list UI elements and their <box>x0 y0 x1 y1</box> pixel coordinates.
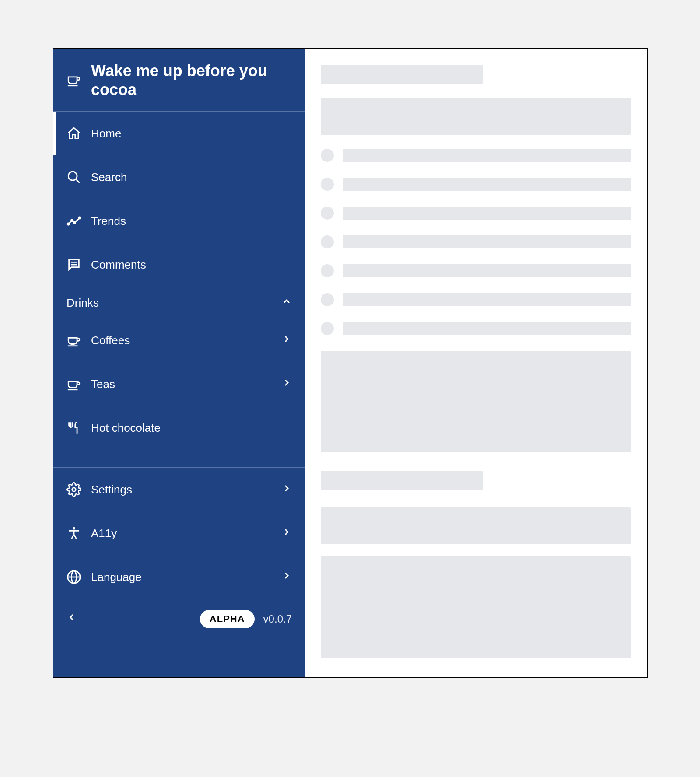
nav-item-hot-chocolate[interactable]: Hot chocolate <box>53 406 305 450</box>
skeleton-row <box>321 178 631 191</box>
chevron-right-icon <box>281 483 292 497</box>
skeleton-row <box>321 235 631 248</box>
release-badge: ALPHA <box>200 610 255 628</box>
tea-icon <box>66 377 81 392</box>
svg-point-5 <box>74 222 75 224</box>
skeleton-bigblock <box>321 556 631 658</box>
collapse-button[interactable] <box>66 612 77 626</box>
svg-line-16 <box>74 535 77 539</box>
svg-point-12 <box>73 527 75 530</box>
svg-point-6 <box>79 217 80 219</box>
app-title: Wake me up before you cocoa <box>91 61 293 99</box>
sidebar-footer: ALPHA v0.0.7 <box>53 599 305 638</box>
nav-label: Teas <box>91 378 272 391</box>
nav-item-trends[interactable]: Trends <box>53 199 305 243</box>
nav-section-drinks: Drinks Coffees Teas <box>53 287 305 468</box>
section-header-label: Drinks <box>66 296 99 310</box>
svg-point-11 <box>72 488 76 492</box>
sidebar-header: Wake me up before you cocoa <box>53 49 305 112</box>
skeleton-bigblock <box>321 351 631 452</box>
nav-label: Search <box>91 171 292 184</box>
chevron-right-icon <box>281 334 292 347</box>
skeleton-row <box>321 322 631 335</box>
nav-label: Trends <box>91 214 292 228</box>
chevron-right-icon <box>281 527 292 540</box>
nav-item-language[interactable]: Language <box>53 555 305 599</box>
nav-item-a11y[interactable]: A11y <box>53 511 305 555</box>
skeleton-row <box>321 149 631 162</box>
svg-point-3 <box>67 223 69 225</box>
cup-icon <box>66 73 81 88</box>
home-icon <box>66 126 81 141</box>
nav-item-home[interactable]: Home <box>53 112 305 155</box>
svg-line-15 <box>71 535 74 539</box>
chevron-up-icon <box>281 296 292 310</box>
nav-item-search[interactable]: Search <box>53 155 305 199</box>
nav-label: Language <box>91 570 272 584</box>
sidebar: Wake me up before you cocoa Home Search <box>53 49 305 677</box>
skeleton-row <box>321 293 631 306</box>
svg-point-1 <box>68 172 77 181</box>
main-content <box>305 49 647 677</box>
coffee-icon <box>66 333 81 348</box>
nav-label: Home <box>91 127 292 140</box>
nav-item-coffees[interactable]: Coffees <box>53 318 305 362</box>
skeleton-row <box>321 264 631 277</box>
nav-section-secondary: Settings A11y Language <box>53 468 305 599</box>
chevron-right-icon <box>281 378 292 391</box>
nav-label: Coffees <box>91 334 272 347</box>
version-text: v0.0.7 <box>263 613 292 625</box>
nav-item-teas[interactable]: Teas <box>53 362 305 406</box>
svg-line-2 <box>76 179 80 183</box>
svg-point-4 <box>71 220 73 221</box>
skeleton-title <box>321 471 483 490</box>
skeleton-title <box>321 65 483 84</box>
section-header-drinks[interactable]: Drinks <box>53 287 305 318</box>
nav-item-comments[interactable]: Comments <box>53 243 305 287</box>
skeleton-block <box>321 98 631 135</box>
skeleton-block <box>321 508 631 544</box>
nav-label: Settings <box>91 483 272 497</box>
trends-icon <box>66 214 81 228</box>
nav-label: Comments <box>91 258 292 272</box>
chevron-right-icon <box>281 570 292 584</box>
nav-section-primary: Home Search Trends Comments <box>53 112 305 287</box>
accessibility-icon <box>66 526 81 541</box>
comments-icon <box>66 257 81 272</box>
restaurant-icon <box>66 420 81 435</box>
globe-icon <box>66 570 81 584</box>
nav-label: Hot chocolate <box>91 421 292 435</box>
nav-label: A11y <box>91 527 272 540</box>
search-icon <box>66 170 81 185</box>
nav-item-settings[interactable]: Settings <box>53 468 305 511</box>
skeleton-row <box>321 206 631 220</box>
gear-icon <box>66 482 81 497</box>
app-frame: Wake me up before you cocoa Home Search <box>52 48 648 678</box>
